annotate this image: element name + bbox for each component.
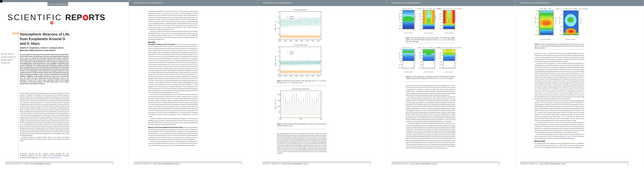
x-axis-label: Latitude (degrees) <box>564 39 578 40</box>
x-axis-label: Latitude (degrees) <box>402 32 414 33</box>
svg-text:2012: 2012 <box>306 40 309 41</box>
axis-tick-label: 50 <box>579 21 580 22</box>
axis-tick-label: 30 <box>455 61 456 62</box>
axis-tick-label: -30 <box>406 29 407 30</box>
contour-plot: 0.0010.0100.1001.00010.000100.0001000.00… <box>564 10 578 35</box>
page-4: www.nature.com/scientificreports/ NO (pp… <box>386 0 515 169</box>
axis-tick-label: 30 <box>450 29 452 30</box>
svg-text:2006: 2006 <box>290 40 292 41</box>
axis-tick-label: 20 <box>414 63 416 64</box>
svg-text:0.0: 0.0 <box>278 74 280 76</box>
axis-tick-label: 10.000 <box>536 26 538 27</box>
page-footer: SCIENTIFIC REPORTS | 7: 14141 | DOI:10.1… <box>392 163 500 165</box>
axis-tick-label: -90 <box>422 29 424 30</box>
footer-doi: | 7: 14141 | DOI:10.1038/s41598-017-1419… <box>280 163 308 165</box>
discussion-heading: Discussion <box>534 140 584 142</box>
svg-text:2004: 2004 <box>284 75 287 77</box>
axis-tick-label: 0.100 <box>440 55 443 56</box>
x-axis-label: Latitude (degrees) <box>443 71 454 72</box>
axis-tick-label: 0.001 <box>400 10 402 11</box>
axis-tick-label: 1000.000 <box>535 34 538 35</box>
axis-tick-label: -30 <box>426 29 428 30</box>
gear-small-icon <box>50 21 54 24</box>
axis-tick-label: 30 <box>579 26 580 27</box>
journal-url[interactable]: www.nature.com/scientificreports/ <box>392 2 421 4</box>
journal-url[interactable]: www.nature.com/scientificreports/ <box>134 2 163 4</box>
axis-tick-label: 0 <box>428 68 429 69</box>
footer-doi: | 7: 14141 | DOI:10.1038/s41598-017-1419… <box>22 163 51 165</box>
body-text: of atmospheric escape mediated by the ac… <box>148 10 198 159</box>
y-axis-label: Pressure (hPa) <box>535 16 536 24</box>
panel-title: NO (ppbv): SPEs (1x July 2000) & Early S… <box>417 8 438 9</box>
axis-tick-label: 90 <box>454 68 455 69</box>
axis-tick-label: 0.001 <box>420 10 423 11</box>
published-date: Published online: 02 November 2017 <box>1 58 18 64</box>
paragraph: Our results imply that the total NO emit… <box>534 142 584 148</box>
svg-text:OH 1.6 μm Global Power: OH 1.6 μm Global Power <box>294 44 307 46</box>
axis-tick-label: 100.000 <box>440 25 443 26</box>
contour-plot: 0.0010.0100.1001.00010.000100.0001000.00… <box>402 49 414 68</box>
axis-tick-label: 40 <box>554 24 554 24</box>
decadal-survey-link[interactable]: http://nap.edu/13060 <box>565 136 574 137</box>
paragraph: Detection of signatures of life from rem… <box>20 92 70 136</box>
axis-tick-label: 10 <box>414 26 416 27</box>
axis-tick-label: 90 <box>414 10 416 11</box>
axis-tick-label: 60 <box>554 18 554 19</box>
axis-tick-label: 30 <box>554 26 554 27</box>
axis-tick-label: 80 <box>435 51 436 52</box>
footer-doi: | 7: 14141 | DOI:10.1038/s41598-017-1419… <box>537 163 566 165</box>
svg-text:2010: 2010 <box>301 40 303 41</box>
page-number: 3 <box>370 163 371 165</box>
svg-text:2008: 2008 <box>295 75 298 77</box>
x-axis-label: Latitude (degrees) <box>423 32 434 33</box>
axis-tick-label: 60 <box>579 18 580 19</box>
axis-tick-label: 70 <box>579 15 580 16</box>
abstract: The current explosion in detection and c… <box>20 54 69 89</box>
svg-text:2006: 2006 <box>300 118 302 120</box>
paragraph: depleted due to XUV driven escape of oxy… <box>406 85 456 96</box>
axis-tick-label: 100.000 <box>560 30 563 31</box>
axis-tick-label: 60 <box>452 68 453 69</box>
axis-tick-label: 10.000 <box>440 61 443 62</box>
footer-rule <box>5 162 113 162</box>
svg-text:O2(1-del) Daytime Global Power: O2(1-del) Daytime Global Power <box>292 88 310 90</box>
axis-tick-label: 0.001 <box>440 49 443 50</box>
axis-tick-label: 30 <box>435 22 436 23</box>
axis-tick-label: 0 <box>571 35 571 36</box>
margin-dotted-rule <box>18 31 18 160</box>
axis-tick-label: -60 <box>565 35 567 36</box>
chart-o2-daytime: O2(1-del) Daytime Global PowerPower (10¹… <box>274 88 325 122</box>
logo-rep: REP <box>65 13 82 22</box>
svg-text:500: 500 <box>278 111 280 113</box>
email-link[interactable]: vladimir.airapetian@nasa.gov <box>46 157 61 158</box>
journal-url[interactable]: www.nature.com/scientificreports/ <box>520 2 550 4</box>
figure2-text: The daily averages of the total emitting… <box>277 123 326 127</box>
contour-panel-ozone-base: Ozone (ppmv) – Base 0.0010.0100.1001.000… <box>532 8 559 42</box>
journal-url[interactable]: www.nature.com/scientificreports/ <box>263 2 292 4</box>
dotted-separator <box>406 82 455 82</box>
axis-tick-label: -60 <box>424 68 426 69</box>
dotted-separator <box>277 129 326 129</box>
axis-tick-label: 10.000 <box>420 22 423 23</box>
axis-tick-label: 0.010 <box>400 52 402 53</box>
svg-text:0.8: 0.8 <box>278 17 280 18</box>
axis-tick-label: 90 <box>455 49 456 50</box>
axis-tick-label: 90 <box>455 10 456 11</box>
axis-tick-label: -60 <box>404 68 405 69</box>
subsection-text: Life as we know it requires, but is not … <box>148 44 198 93</box>
axis-tick-label: 0 <box>449 29 449 30</box>
axis-tick-label: 10.000 <box>400 61 402 62</box>
y-axis-label: Pressure (hPa) <box>399 12 400 21</box>
axis-tick-label: -90 <box>538 35 540 36</box>
contour-panel-ozone-change: Ozone ch. (%): SPEs (10x July 2000) & Ea… <box>556 8 584 42</box>
axis-tick-label: 1000.000 <box>398 28 402 29</box>
svg-text:2016: 2016 <box>317 75 320 77</box>
x-axis-label: Latitude (degrees) <box>443 32 454 33</box>
axis-tick-label: 30 <box>548 35 549 36</box>
dotted-separator <box>534 49 584 49</box>
contour-panel-oh-modelB: OH (ppbv): Early Sun 0.0010.0100.1001.00… <box>397 47 417 74</box>
chart-oh-2um: OH 2.0 μm Global PowerPower (10¹¹ W)2002… <box>274 8 325 43</box>
journal-url[interactable]: www.nature.com/scientificreports <box>47 3 68 5</box>
axis-tick-label: -30 <box>406 68 407 69</box>
svg-text:1500: 1500 <box>278 100 280 101</box>
